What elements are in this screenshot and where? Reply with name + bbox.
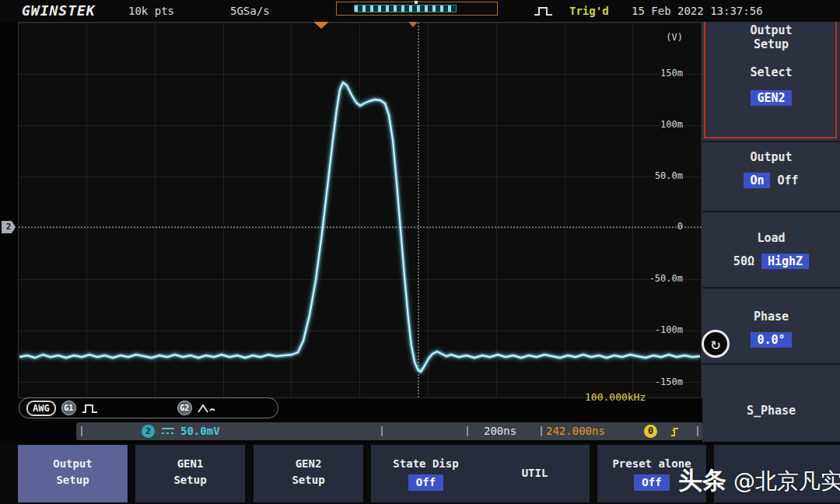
softkey-gen2-setup[interactable]: GEN2 Setup xyxy=(254,445,363,502)
gen1-pulse-waveform-icon xyxy=(82,403,100,414)
watermark: 头条 @北京凡实 xyxy=(678,464,840,497)
load-highz-option[interactable]: HighZ xyxy=(761,254,809,269)
v-axis-label: -50.0m xyxy=(642,273,683,284)
separator xyxy=(81,426,82,436)
channel2-ground-marker[interactable]: 2 xyxy=(2,221,16,233)
memory-position-tick xyxy=(415,1,418,4)
softkey-util[interactable]: UTIL xyxy=(480,445,590,502)
v-axis-unit: (V) xyxy=(642,32,683,43)
softkey-output-setup[interactable]: Output Setup xyxy=(18,445,128,502)
sphase-label: S_Phase xyxy=(702,404,840,418)
preset-alone-off-badge: Off xyxy=(634,474,669,491)
trigger-type-pulse-icon xyxy=(534,5,554,16)
trigger-time-marker xyxy=(408,22,418,27)
separator xyxy=(381,426,383,436)
generator-status-row: AWG G1 G2 xyxy=(19,397,278,418)
gen2-ramp-waveform-icon xyxy=(198,403,218,414)
softkey-gen1-setup[interactable]: GEN1 Setup xyxy=(135,445,245,502)
measurement-status-bar: 2 50.0mV 200ns 242.000ns 0 xyxy=(76,422,703,440)
highlight-red-box xyxy=(704,19,837,138)
load-label: Load xyxy=(702,231,840,245)
timebase-readout[interactable]: 200ns xyxy=(484,425,516,437)
datetime: 15 Feb 2022 13:37:56 xyxy=(632,5,763,17)
v-axis-label: 0 xyxy=(642,221,683,232)
rotary-knob-icon[interactable]: ↻ xyxy=(702,330,730,358)
state-disp-off-badge: Off xyxy=(408,474,443,491)
output-label: Output xyxy=(702,150,840,164)
phase-value[interactable]: 0.0° xyxy=(751,332,791,348)
softkey-state-disp[interactable]: State Disp Off xyxy=(371,445,481,502)
oscilloscope-screen: GWINSTEK 10k pts 5GSa/s Trig'd 15 Feb 20… xyxy=(0,0,840,504)
load-50ohm-option[interactable]: 50Ω xyxy=(733,254,754,268)
memory-depth: 10k pts xyxy=(128,5,174,17)
gen2-frequency-readout: 100.000kHz xyxy=(585,391,646,403)
menu-section-output: Output On Off xyxy=(702,141,840,211)
brand-logo: GWINSTEK xyxy=(22,2,96,19)
graticule xyxy=(18,22,702,398)
menu-section-output-setup: Output Setup Select GEN2 xyxy=(702,19,840,141)
graticule-center-vertical-line xyxy=(418,23,419,397)
v-axis-label: 150m xyxy=(642,68,683,79)
gen1-badge: G1 xyxy=(61,401,76,415)
dc-coupling-icon xyxy=(162,428,174,435)
channel2-scale[interactable]: 50.0mV xyxy=(180,425,220,437)
phase-label: Phase xyxy=(702,310,840,324)
trigger-holdoff-badge: 0 xyxy=(644,425,657,438)
v-axis-label: -100m xyxy=(642,324,683,335)
acquisition-memory-bar xyxy=(336,2,498,16)
separator xyxy=(697,426,698,436)
v-axis-label: 100m xyxy=(642,119,683,130)
separator xyxy=(467,426,468,436)
gen2-badge: G2 xyxy=(177,401,192,415)
v-axis-label: 50.0m xyxy=(642,170,683,181)
trigger-position-marker[interactable] xyxy=(313,21,330,29)
menu-section-sphase[interactable]: S_Phase xyxy=(702,363,840,442)
awg-badge: AWG xyxy=(26,401,56,416)
menu-section-load: Load 50Ω HighZ xyxy=(702,211,840,287)
output-off-option[interactable]: Off xyxy=(778,173,799,187)
sample-rate: 5GSa/s xyxy=(230,5,270,17)
rising-edge-trigger-icon xyxy=(670,425,681,438)
side-menu: Output Setup Select GEN2 Output On Off L… xyxy=(702,19,840,442)
memory-window-indicator xyxy=(354,5,457,12)
separator xyxy=(541,426,542,436)
graticule-center-horizontal-line xyxy=(19,226,702,228)
output-on-option[interactable]: On xyxy=(744,173,770,188)
channel2-badge[interactable]: 2 xyxy=(142,425,155,438)
top-status-bar: GWINSTEK 10k pts 5GSa/s Trig'd 15 Feb 20… xyxy=(0,0,840,22)
trigger-status: Trig'd xyxy=(569,5,609,17)
v-axis-label: -150m xyxy=(642,376,683,387)
trigger-delay-readout[interactable]: 242.000ns xyxy=(546,425,605,437)
